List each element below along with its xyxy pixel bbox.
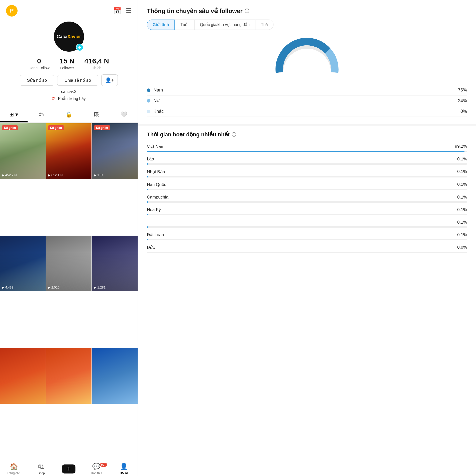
nav-create[interactable]: + xyxy=(55,463,83,475)
progress-bg-1 xyxy=(147,163,467,165)
progress-fill-7 xyxy=(147,239,148,240)
country-pct-5: 0.1% xyxy=(457,207,467,212)
nav-shop[interactable]: 🛍 Shop xyxy=(28,463,55,475)
avatar-text-calci: Calci xyxy=(57,34,67,39)
progress-bg-3 xyxy=(147,189,467,190)
progress-bg-0 xyxy=(147,151,467,152)
progress-bg-4 xyxy=(147,201,467,203)
country-name-3: Hàn Quốc xyxy=(147,182,166,187)
country-header-1: Lào 0.1% xyxy=(147,157,467,162)
add-friend-button[interactable]: 👤+ xyxy=(101,74,118,86)
profile-label: Hồ sơ xyxy=(120,471,128,475)
nav-home[interactable]: 🏠 Trang chủ xyxy=(0,463,28,475)
tab-shop[interactable]: 🛍 xyxy=(28,108,55,122)
progress-fill-1 xyxy=(147,163,148,165)
create-button[interactable]: + xyxy=(62,464,75,473)
progress-fill-4 xyxy=(147,201,148,203)
filter-age[interactable]: Tuổi xyxy=(175,20,194,30)
video-thumb-8[interactable] xyxy=(46,348,92,404)
video-thumb-3[interactable]: Đã ghim ▶ 1 Tr xyxy=(92,123,138,179)
country-item-7: Đài Loan 0.1% xyxy=(147,232,467,240)
video-thumb-7[interactable] xyxy=(0,348,46,404)
male-pct: 76% xyxy=(458,87,467,93)
legend-male: Nam 76% xyxy=(147,85,467,96)
country-item-0: Việt Nam 99.2% xyxy=(147,144,467,152)
country-name-4: Campuchia xyxy=(147,195,168,200)
premium-badge: P xyxy=(6,5,18,17)
right-panel: Thông tin chuyên sâu về follower ⓘ Giới … xyxy=(138,0,476,476)
shop-link[interactable]: 🛍 Phần trưng bày xyxy=(52,96,86,101)
progress-fill-5 xyxy=(147,214,148,215)
tab-grid[interactable]: ⊞ ▾ xyxy=(0,108,28,122)
legend-female-left: Nữ xyxy=(147,98,159,104)
country-item-2: Nhật Bản 0.1% xyxy=(147,169,467,177)
country-pct-4: 0.1% xyxy=(457,195,467,200)
nav-profile[interactable]: 👤 Hồ sơ xyxy=(110,463,138,475)
male-name: Nam xyxy=(153,87,163,93)
view-count-3: ▶ 1 Tr xyxy=(94,173,103,177)
activity-info-icon[interactable]: ⓘ xyxy=(232,132,236,138)
stat-followers: 15 N Follower xyxy=(60,57,74,70)
tab-lock[interactable]: 🔒 xyxy=(55,108,83,122)
edit-profile-button[interactable]: Sửa hồ sơ xyxy=(20,75,54,86)
calendar-icon[interactable]: 📅 xyxy=(113,7,121,15)
country-header-0: Việt Nam 99.2% xyxy=(147,144,467,149)
video-thumb-5[interactable]: ▶ 2.015 xyxy=(46,236,92,291)
country-pct-7: 0.1% xyxy=(457,232,467,237)
home-label: Trang chủ xyxy=(7,471,21,475)
country-pct-1: 0.1% xyxy=(457,157,467,162)
filter-gender[interactable]: Giới tính xyxy=(147,20,175,30)
filter-other[interactable]: Thá xyxy=(255,20,274,30)
tab-favorites[interactable]: 🤍 xyxy=(110,108,138,122)
view-count-6: ▶ 1.281 xyxy=(94,285,106,289)
likes-label: Thích xyxy=(92,66,102,70)
video-thumb-6[interactable]: ▶ 1.281 xyxy=(92,236,138,291)
followers-label: Follower xyxy=(60,66,74,70)
view-count-5: ▶ 2.015 xyxy=(48,285,60,289)
country-pct-2: 0.1% xyxy=(457,169,467,174)
progress-bg-2 xyxy=(147,176,467,177)
filter-country[interactable]: Quốc gia/khu vực hàng đầu xyxy=(194,20,255,30)
gender-legend: Nam 76% Nữ 24% Khác 0% xyxy=(147,85,467,117)
progress-bg-7 xyxy=(147,239,467,240)
video-thumb-9[interactable] xyxy=(92,348,138,404)
video-thumb-2[interactable]: Đã ghim ▶ 612,1 N xyxy=(46,123,92,179)
male-dot xyxy=(147,88,150,92)
tab-gallery[interactable]: 🖼 xyxy=(82,108,110,122)
video-thumb-4[interactable]: ▶ 4.433 xyxy=(0,236,46,291)
female-dot xyxy=(147,99,150,103)
country-header-6: 0.1% xyxy=(147,220,467,225)
info-icon[interactable]: ⓘ xyxy=(245,8,249,14)
country-header-5: Hoa Kỳ 0.1% xyxy=(147,207,467,212)
video-thumb-1[interactable]: Đã ghim ▶ 452,7 N xyxy=(0,123,46,179)
home-icon: 🏠 xyxy=(10,463,18,470)
other-pct: 0% xyxy=(460,109,467,114)
nav-inbox[interactable]: 99+ 💬 Hộp thư xyxy=(82,463,110,475)
profile-section: Calci Xavier + 0 Đang Follow 15 N Follow… xyxy=(0,19,138,105)
pinned-badge-1: Đã ghim xyxy=(2,125,18,130)
country-item-1: Lào 0.1% xyxy=(147,157,467,165)
country-item-6: 0.1% xyxy=(147,220,467,228)
bottom-nav: 🏠 Trang chủ 🛍 Shop + 99+ 💬 Hộp thư 👤 Hồ … xyxy=(0,460,138,476)
country-header-3: Hàn Quốc 0.1% xyxy=(147,182,467,187)
avatar-wrapper: Calci Xavier + xyxy=(54,22,84,52)
left-panel: P 📅 ☰ Calci Xavier + 0 Đang Follow 15 N … xyxy=(0,0,138,476)
female-pct: 24% xyxy=(458,98,467,104)
share-profile-button[interactable]: Chia sẻ hồ sơ xyxy=(57,75,98,86)
section-divider xyxy=(138,124,476,126)
progress-fill-0 xyxy=(147,151,464,152)
donut-chart-svg xyxy=(272,37,342,77)
avatar-plus-button[interactable]: + xyxy=(76,44,83,51)
bio-text: cauca<3 xyxy=(61,89,76,94)
other-dot xyxy=(147,110,150,113)
filter-tabs: Giới tính Tuổi Quốc gia/khu vực hàng đầu… xyxy=(147,20,467,30)
progress-fill-8 xyxy=(147,252,147,253)
shop-label: Phần trưng bày xyxy=(58,96,86,101)
progress-bg-5 xyxy=(147,214,467,215)
menu-icon[interactable]: ☰ xyxy=(126,7,132,15)
stat-likes: 416,4 N Thích xyxy=(84,57,109,70)
country-item-8: Đức 0.0% xyxy=(147,245,467,253)
country-pct-8: 0.0% xyxy=(457,245,467,250)
activity-title: Thời gian hoạt động nhiều nhất ⓘ xyxy=(147,131,467,138)
progress-fill-3 xyxy=(147,189,148,190)
